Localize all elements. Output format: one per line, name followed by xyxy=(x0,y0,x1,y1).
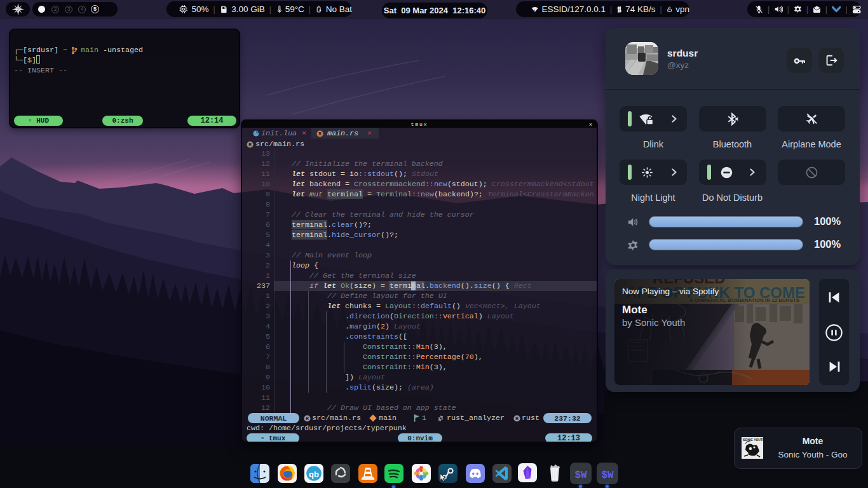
svg-text:R: R xyxy=(248,142,252,146)
svg-text:SONIC YOUTH: SONIC YOUTH xyxy=(743,438,763,442)
svg-text:R: R xyxy=(318,131,322,135)
svg-text:R: R xyxy=(515,416,519,420)
svg-text:$W: $W xyxy=(601,470,614,481)
svg-text:qb: qb xyxy=(309,470,319,479)
svg-text:$W: $W xyxy=(574,470,587,481)
svg-text:R: R xyxy=(306,416,309,420)
